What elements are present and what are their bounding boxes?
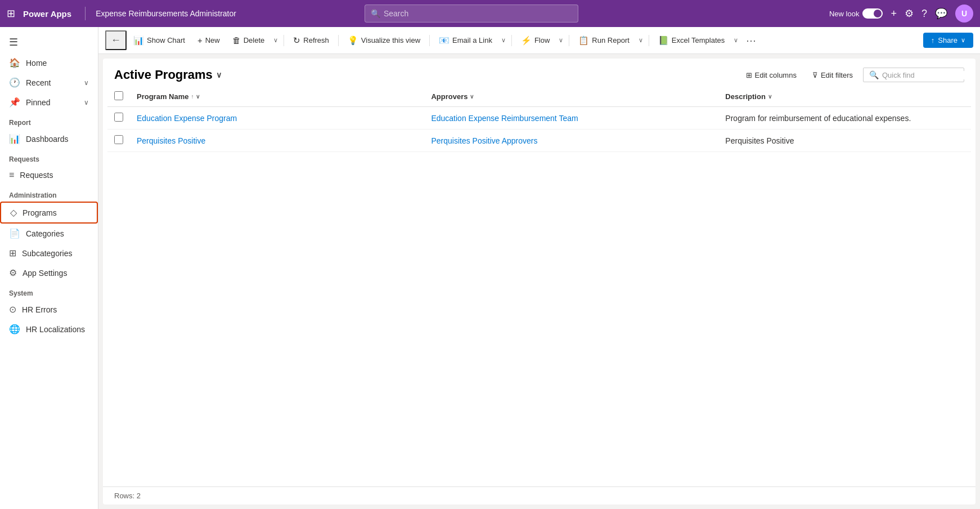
edit-columns-icon: ⊞ (746, 71, 752, 79)
plus-icon[interactable]: + (891, 8, 897, 20)
app-settings-icon: ⚙ (9, 267, 17, 278)
categories-icon: 📄 (9, 228, 20, 239)
sidebar-item-label: HR Errors (22, 305, 89, 314)
sort-asc-icon[interactable]: ↑ (191, 93, 194, 100)
approvers-link[interactable]: Perquisites Positive Approvers (431, 136, 537, 145)
approvers-filter-icon[interactable]: ∨ (470, 93, 474, 100)
excel-icon: 📗 (658, 35, 669, 46)
programs-icon: ◇ (10, 207, 17, 218)
plus-icon: + (197, 35, 203, 45)
sidebar-item-programs[interactable]: ◇ Programs (0, 202, 98, 224)
sidebar-item-requests[interactable]: ≡ Requests (0, 166, 98, 185)
run-report-button[interactable]: 📋 Run Report (573, 33, 635, 48)
more-options-icon[interactable]: ⋯ (741, 32, 761, 50)
flow-label: Flow (534, 36, 550, 44)
toolbar-separator (569, 35, 569, 46)
email-chevron-icon[interactable]: ∨ (499, 34, 508, 47)
program-name-link[interactable]: Education Expense Program (137, 114, 237, 123)
show-chart-button[interactable]: 📊 Show Chart (128, 33, 191, 48)
sidebar-item-app-settings[interactable]: ⚙ App Settings (0, 263, 98, 283)
refresh-label: Refresh (303, 36, 329, 44)
main-content: ← 📊 Show Chart + New 🗑 Delete ∨ ↻ Refres… (98, 27, 980, 509)
hamburger-menu[interactable]: ☰ (0, 32, 98, 53)
run-report-chevron-icon[interactable]: ∨ (636, 34, 645, 47)
quick-find-input[interactable] (882, 71, 975, 79)
search-input[interactable] (384, 9, 572, 18)
sidebar-item-label: Categories (26, 229, 89, 238)
avatar[interactable]: U (955, 5, 973, 23)
toolbar-separator (429, 35, 430, 46)
sidebar-item-label: Home (26, 59, 89, 68)
sidebar-item-label: Requests (20, 171, 89, 180)
visualize-icon: 💡 (348, 35, 358, 46)
filter-icon: ⊽ (812, 71, 818, 79)
flow-chevron-icon[interactable]: ∨ (556, 34, 565, 47)
new-look-label: New look (829, 10, 859, 18)
sidebar-item-home[interactable]: 🏠 Home (0, 53, 98, 73)
new-look-toggle[interactable] (862, 8, 883, 19)
select-all-column (107, 87, 130, 107)
approvers-column-header[interactable]: Approvers ∨ (424, 87, 718, 107)
email-icon: 📧 (439, 35, 449, 46)
select-all-checkbox[interactable] (114, 91, 123, 100)
refresh-icon: ↻ (293, 35, 300, 46)
trash-icon: 🗑 (232, 35, 241, 45)
sidebar-item-label: HR Localizations (26, 325, 89, 334)
row-checkbox-0[interactable] (114, 113, 123, 122)
delete-chevron-icon[interactable]: ∨ (271, 34, 280, 47)
edit-columns-button[interactable]: ⊞ Edit columns (740, 68, 802, 82)
sidebar-section-report: Report (0, 112, 98, 129)
refresh-button[interactable]: ↻ Refresh (287, 33, 335, 48)
top-nav-right-actions: New look + ⚙ ? 💬 U (829, 5, 973, 23)
data-area: Active Programs ∨ ⊞ Edit columns ⊽ Edit … (103, 59, 975, 504)
chevron-down-icon: ∨ (84, 79, 89, 87)
global-search-box[interactable]: 🔍 (365, 5, 578, 23)
table-footer: Rows: 2 (103, 486, 975, 504)
grid-menu-icon[interactable]: ⊞ (7, 7, 15, 20)
row-checkbox-1[interactable] (114, 135, 123, 144)
excel-chevron-icon[interactable]: ∨ (731, 34, 740, 47)
sidebar-item-subcategories[interactable]: ⊞ Subcategories (0, 243, 98, 263)
flow-button[interactable]: ⚡ Flow (515, 33, 555, 48)
dashboard-icon: 📊 (9, 133, 20, 144)
settings-icon[interactable]: ⚙ (905, 7, 914, 20)
program-name-column-header[interactable]: Program Name ↑ ∨ (130, 87, 424, 107)
sidebar-item-dashboards[interactable]: 📊 Dashboards (0, 129, 98, 149)
back-button[interactable]: ← (105, 30, 127, 50)
new-look-toggle-container: New look (829, 8, 883, 19)
sidebar-item-pinned[interactable]: 📌 Pinned ∨ (0, 92, 98, 112)
chevron-down-icon: ∨ (84, 99, 89, 106)
view-title: Active Programs ∨ (114, 68, 222, 82)
excel-templates-label: Excel Templates (672, 36, 725, 44)
help-icon[interactable]: ? (921, 8, 927, 20)
row-checkbox-cell (107, 107, 130, 130)
approvers-link[interactable]: Education Expense Reimbursement Team (431, 114, 578, 123)
view-title-chevron-icon[interactable]: ∨ (216, 70, 222, 79)
home-icon: 🏠 (9, 57, 20, 68)
share-icon: ↑ (931, 36, 935, 44)
sidebar-item-categories[interactable]: 📄 Categories (0, 224, 98, 243)
visualize-button[interactable]: 💡 Visualize this view (342, 33, 426, 48)
sort-chevron-icon[interactable]: ∨ (196, 93, 200, 100)
description-cell: Program for reimbursement of educational… (718, 107, 971, 130)
email-link-button[interactable]: 📧 Email a Link (433, 33, 498, 48)
delete-button[interactable]: 🗑 Delete (227, 33, 271, 48)
description-filter-icon[interactable]: ∨ (768, 93, 772, 100)
new-button[interactable]: + New (192, 33, 226, 48)
share-button[interactable]: ↑ Share ∨ (923, 33, 973, 48)
program-name-link[interactable]: Perquisites Positive (137, 136, 205, 145)
sidebar-item-label: Dashboards (26, 135, 89, 144)
search-icon: 🔍 (371, 9, 380, 18)
view-header-actions: ⊞ Edit columns ⊽ Edit filters 🔍 (740, 68, 965, 82)
show-chart-label: Show Chart (147, 36, 185, 44)
toolbar-separator (338, 35, 339, 46)
sidebar-item-recent[interactable]: 🕐 Recent ∨ (0, 73, 98, 92)
description-column-header[interactable]: Description ∨ (718, 87, 971, 107)
sidebar-item-hr-localizations[interactable]: 🌐 HR Localizations (0, 319, 98, 339)
excel-templates-button[interactable]: 📗 Excel Templates (653, 33, 730, 48)
chat-icon[interactable]: 💬 (935, 7, 947, 20)
edit-filters-button[interactable]: ⊽ Edit filters (807, 68, 858, 82)
app-logo: Power Apps (23, 9, 71, 19)
sidebar-item-hr-errors[interactable]: ⊙ HR Errors (0, 300, 98, 319)
edit-columns-label: Edit columns (755, 71, 797, 79)
